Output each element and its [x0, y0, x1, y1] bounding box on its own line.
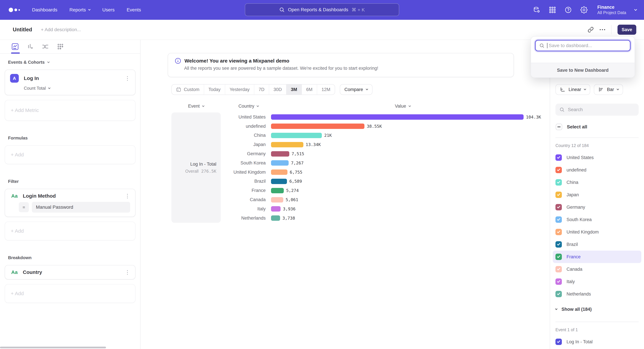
project-chevron-down-icon[interactable] [634, 8, 637, 11]
property-type-badge: Aa [10, 269, 19, 275]
kebab-menu-icon[interactable]: ⋮ [125, 193, 130, 199]
country-checkbox[interactable] [556, 179, 562, 186]
country-checkbox[interactable] [556, 266, 562, 272]
country-checkbox[interactable] [556, 229, 562, 235]
bar[interactable] [271, 169, 288, 175]
bar[interactable] [271, 215, 280, 221]
filter-operator[interactable]: = [19, 202, 29, 212]
tab-funnels[interactable] [26, 43, 34, 50]
aggregation-selector[interactable]: Count Total [24, 86, 130, 91]
more-options-icon[interactable] [600, 29, 605, 30]
tab-insights[interactable] [12, 43, 19, 50]
legend-country-row[interactable]: undefined [553, 164, 641, 176]
bar[interactable] [271, 151, 289, 157]
help-icon[interactable] [564, 6, 572, 13]
copy-link-icon[interactable] [588, 27, 594, 33]
add-breakdown-button[interactable]: + Add [5, 284, 136, 303]
column-header-country[interactable]: Country [221, 104, 276, 109]
legend-country-row[interactable]: Italy [553, 275, 641, 288]
column-header-event[interactable]: Event [172, 104, 221, 109]
project-switcher[interactable]: Finance All Project Data [598, 4, 626, 15]
global-search-button[interactable]: Open Reports & Dashboards ⌘ + K [245, 3, 399, 16]
compare-button[interactable]: Compare [340, 84, 372, 95]
bar[interactable] [271, 133, 322, 138]
range-button-yesterday[interactable]: Yesterday [225, 84, 254, 94]
kebab-menu-icon[interactable]: ⋮ [125, 270, 130, 275]
legend-country-row[interactable]: Germany [553, 201, 641, 213]
report-title[interactable]: Untitled [13, 27, 32, 33]
event-checkbox[interactable] [556, 339, 562, 345]
breakdown-card[interactable]: Aa Country ⋮ [5, 265, 136, 280]
range-button-6m[interactable]: 6M [302, 84, 317, 94]
range-button-7d[interactable]: 7D [254, 84, 269, 94]
chart-type-button[interactable]: Bar [594, 84, 623, 95]
select-all-row[interactable]: Select all [556, 124, 639, 130]
legend-country-row[interactable]: United Kingdom [553, 226, 641, 238]
legend-search-input[interactable]: Search [556, 104, 639, 116]
metric-name[interactable]: Log In [24, 75, 39, 81]
chart-row: United States104.3K [221, 112, 550, 122]
bar[interactable] [271, 179, 287, 184]
range-button-12m[interactable]: 12M [317, 84, 335, 94]
legend-country-row[interactable]: Brazil [553, 238, 641, 251]
range-button-custom[interactable]: Custom [172, 84, 204, 94]
country-checkbox[interactable] [556, 254, 562, 260]
country-checkbox[interactable] [556, 154, 562, 161]
legend-country-row[interactable]: China [553, 176, 641, 189]
scale-selector-button[interactable]: Linear [556, 84, 590, 95]
range-button-today[interactable]: Today [204, 84, 225, 94]
metric-card[interactable]: A Log In ⋮ Count Total [5, 69, 136, 95]
show-all-button[interactable]: Show all (184) [556, 304, 639, 314]
add-metric-button[interactable]: + Add Metric [5, 100, 136, 121]
legend-country-row[interactable]: France [553, 251, 641, 263]
filter-value[interactable]: Manual Password [32, 202, 130, 213]
nav-item-events[interactable]: Events [126, 7, 141, 12]
apps-grid-icon[interactable] [549, 6, 556, 13]
country-checkbox[interactable] [556, 279, 562, 285]
horizontal-scrollbar[interactable] [0, 347, 106, 348]
bar[interactable] [271, 114, 524, 120]
country-checkbox[interactable] [556, 192, 562, 198]
legend-event-row[interactable]: Log In - Total [553, 336, 641, 348]
column-header-value[interactable]: Value [276, 104, 529, 109]
range-button-30d[interactable]: 30D [269, 84, 286, 94]
bar[interactable] [271, 188, 284, 193]
data-management-icon[interactable] [533, 6, 540, 13]
bar[interactable] [271, 206, 280, 212]
legend-country-row[interactable]: United States [553, 151, 641, 164]
country-checkbox[interactable] [556, 167, 562, 173]
mixpanel-logo[interactable] [9, 8, 20, 12]
legend-country-row[interactable]: South Korea [553, 213, 641, 226]
nav-item-users[interactable]: Users [102, 7, 114, 12]
bar[interactable] [271, 197, 283, 203]
filter-card[interactable]: Aa Login Method ⋮ = Manual Password [5, 189, 136, 217]
select-all-checkbox[interactable] [556, 124, 562, 130]
save-to-new-dashboard-button[interactable]: Save to New Dashboard [531, 63, 634, 77]
tab-retention[interactable] [57, 43, 64, 50]
add-formula-button[interactable]: + Add [5, 145, 136, 164]
bar[interactable] [271, 142, 304, 147]
kebab-menu-icon[interactable]: ⋮ [125, 76, 130, 81]
legend-country-row[interactable]: Netherlands [553, 288, 641, 300]
country-checkbox[interactable] [556, 241, 562, 248]
save-button[interactable]: Save [618, 25, 636, 35]
country-checkbox[interactable] [556, 291, 562, 297]
country-checkbox[interactable] [556, 216, 562, 223]
settings-gear-icon[interactable] [580, 6, 588, 13]
tab-flows[interactable] [42, 43, 49, 50]
filter-property-name[interactable]: Login Method [23, 193, 56, 199]
legend-country-row[interactable]: Canada [553, 263, 641, 275]
country-checkbox[interactable] [556, 204, 562, 210]
legend-country-row[interactable]: Japan [553, 189, 641, 201]
save-dashboard-search-input[interactable]: Save to dashboard... [535, 40, 630, 51]
add-description-button[interactable]: + Add description... [41, 27, 81, 32]
nav-item-reports[interactable]: Reports [70, 7, 90, 12]
range-button-3m[interactable]: 3M [286, 84, 302, 94]
event-summary-cell[interactable]: Log In - Total Overall 276.5K [172, 112, 221, 223]
nav-item-dashboards[interactable]: Dashboards [32, 7, 57, 12]
section-events-cohorts[interactable]: Events & Cohorts [8, 60, 132, 65]
add-filter-button[interactable]: + Add [5, 222, 136, 240]
bar[interactable] [271, 160, 289, 166]
breakdown-property-name[interactable]: Country [23, 269, 42, 275]
bar[interactable] [271, 124, 364, 129]
